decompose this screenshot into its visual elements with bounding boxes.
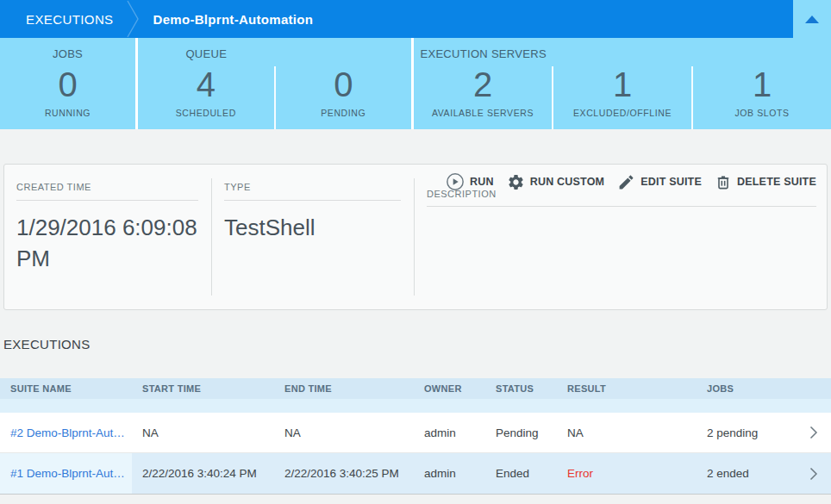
divider — [16, 200, 198, 201]
table-header-row: SUITE NAME START TIME END TIME OWNER STA… — [0, 378, 831, 399]
stat-value: 0 — [334, 66, 353, 103]
play-circle-icon — [446, 172, 465, 191]
suite-link[interactable]: #2 Demo-Blprnt-Aut… — [10, 426, 125, 439]
type-value: TestShell — [224, 212, 401, 243]
status-cell: Ended — [485, 467, 557, 480]
executions-table: SUITE NAME START TIME END TIME OWNER STA… — [0, 378, 831, 495]
stat-value: 1 — [753, 66, 772, 103]
breadcrumb-executions[interactable]: EXECUTIONS — [0, 0, 126, 38]
stat-value: 4 — [197, 66, 216, 103]
created-time-label: CREATED TIME — [16, 182, 198, 192]
created-time-value: 1/29/2016 6:09:08 PM — [16, 212, 198, 274]
chevron-right-icon — [809, 467, 818, 481]
delete-suite-button-label: DELETE SUITE — [737, 176, 816, 188]
trash-icon — [715, 173, 732, 191]
column-header-result: RESULT — [557, 383, 697, 394]
suite-actions-toolbar: RUN RUN CUSTOM EDIT SUITE DELETE SUITE — [433, 172, 816, 191]
executions-section-title: EXECUTIONS — [3, 337, 831, 352]
table-header-strip — [0, 399, 831, 413]
type-label: TYPE — [224, 182, 401, 192]
stat-queue-pending: 0 PENDING — [274, 66, 412, 129]
row-expand-button[interactable] — [797, 467, 831, 481]
stat-label: JOB SLOTS — [731, 103, 792, 129]
column-header-owner: OWNER — [414, 383, 485, 394]
pencil-icon — [617, 173, 635, 191]
stat-group-queue: QUEUE 4 SCHEDULED 0 PENDING — [138, 38, 411, 129]
breadcrumb-separator-icon — [126, 0, 141, 38]
stat-label: AVAILABLE SERVERS — [428, 103, 537, 129]
stat-label: RUNNING — [41, 103, 94, 129]
result-cell: NA — [557, 426, 697, 439]
stat-label: PENDING — [317, 103, 369, 129]
stat-group-title: QUEUE — [138, 47, 275, 66]
table-row[interactable]: #2 Demo-Blprnt-Aut… NA NA admin Pending … — [0, 413, 831, 453]
stat-group-title: JOBS — [0, 47, 135, 66]
edit-suite-button-label: EDIT SUITE — [640, 176, 702, 188]
jobs-cell: 2 pending — [697, 426, 797, 439]
column-header-jobs: JOBS — [697, 383, 797, 394]
stat-label: SCHEDULED — [172, 103, 240, 129]
stat-queue-scheduled: 4 SCHEDULED — [138, 66, 274, 129]
suite-details-card: CREATED TIME 1/29/2016 6:09:08 PM TYPE T… — [3, 164, 828, 310]
top-navigation-bar: EXECUTIONS Demo-Blprnt-Automation — [0, 0, 831, 38]
topbar-spacer — [313, 0, 793, 38]
stat-value: 1 — [613, 66, 632, 103]
stat-job-slots: 1 JOB SLOTS — [691, 66, 831, 129]
type-field: TYPE TestShell — [212, 165, 414, 309]
run-custom-button-label: RUN CUSTOM — [530, 176, 605, 188]
run-button[interactable]: RUN — [446, 172, 494, 191]
edit-suite-button[interactable]: EDIT SUITE — [617, 173, 702, 191]
page-title: Demo-Blprnt-Automation — [141, 0, 314, 38]
jobs-cell: 2 ended — [697, 467, 797, 480]
divider — [427, 206, 816, 207]
delete-suite-button[interactable]: DELETE SUITE — [715, 173, 816, 191]
stat-available-servers: 2 AVAILABLE SERVERS — [414, 66, 552, 129]
collapse-panel-button[interactable] — [793, 0, 831, 38]
divider — [224, 200, 401, 201]
end-time-cell: NA — [274, 426, 414, 439]
table-row[interactable]: #1 Demo-Blprnt-Aut… 2/22/2016 3:40:24 PM… — [0, 453, 831, 495]
column-header-status: STATUS — [485, 383, 557, 394]
start-time-cell: NA — [132, 426, 274, 439]
stats-band: JOBS 0 RUNNING QUEUE 4 SCHEDULED 0 PENDI… — [0, 38, 831, 129]
suite-name-cell: #1 Demo-Blprnt-Aut… — [0, 453, 132, 494]
stat-value: 2 — [473, 66, 492, 103]
owner-cell: admin — [414, 426, 485, 439]
chevron-right-icon — [809, 426, 818, 439]
column-header-end-time: END TIME — [274, 383, 414, 394]
result-cell: Error — [557, 467, 697, 480]
description-field: DESCRIPTION RUN RUN CUSTOM EDIT SUITE — [415, 165, 827, 309]
stat-label: EXCLUDED/OFFLINE — [570, 103, 675, 129]
start-time-cell: 2/22/2016 3:40:24 PM — [132, 467, 274, 480]
stat-group-title: EXECUTION SERVERS — [414, 47, 553, 66]
stat-group-jobs: JOBS 0 RUNNING — [0, 38, 135, 129]
column-header-start-time: START TIME — [132, 383, 274, 394]
end-time-cell: 2/22/2016 3:40:25 PM — [274, 467, 414, 480]
stat-excluded-offline: 1 EXCLUDED/OFFLINE — [552, 66, 691, 129]
suite-link[interactable]: #1 Demo-Blprnt-Aut… — [10, 467, 125, 480]
run-button-label: RUN — [470, 176, 494, 188]
run-custom-button[interactable]: RUN CUSTOM — [507, 173, 605, 191]
stat-jobs-running: 0 RUNNING — [0, 66, 135, 129]
owner-cell: admin — [414, 467, 485, 480]
status-cell: Pending — [485, 426, 557, 439]
row-expand-button[interactable] — [797, 426, 831, 439]
chevron-up-icon — [805, 16, 819, 23]
column-header-suite-name: SUITE NAME — [0, 383, 132, 394]
stat-value: 0 — [58, 66, 77, 103]
breadcrumb-section-label: EXECUTIONS — [26, 12, 114, 27]
page-title-label: Demo-Blprnt-Automation — [153, 12, 314, 27]
gear-icon — [507, 173, 525, 191]
suite-name-cell: #2 Demo-Blprnt-Aut… — [0, 413, 132, 452]
stat-group-execution-servers: EXECUTION SERVERS 2 AVAILABLE SERVERS 1 … — [414, 38, 831, 129]
created-time-field: CREATED TIME 1/29/2016 6:09:08 PM — [4, 165, 211, 309]
